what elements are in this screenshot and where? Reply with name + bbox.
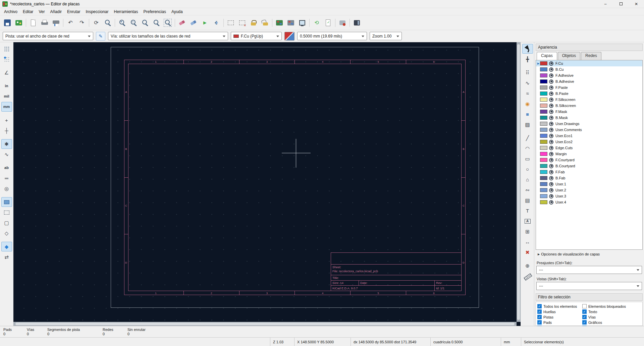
delete-tool-button[interactable]: ✖ bbox=[522, 247, 533, 257]
layer-row[interactable]: ▶ B.Cu bbox=[536, 66, 642, 72]
update-pcb-from-schematic-button[interactable]: ⟲ bbox=[311, 17, 322, 28]
measure-tool-button[interactable] bbox=[522, 271, 533, 281]
layer-color-swatch[interactable] bbox=[540, 170, 547, 174]
layer-color-swatch[interactable] bbox=[540, 73, 547, 77]
mirror-tool-button[interactable] bbox=[211, 17, 222, 28]
viewer-3d-button[interactable] bbox=[297, 17, 308, 28]
filter-graficos[interactable]: Gráficos bbox=[582, 320, 641, 325]
filter-todos-los-elementos[interactable]: Todos los elementos bbox=[537, 304, 582, 309]
draw-polygon-button[interactable]: ⌂ bbox=[522, 175, 533, 184]
visibility-eye-icon[interactable] bbox=[549, 182, 553, 186]
layer-color-swatch[interactable] bbox=[540, 182, 547, 186]
plot-button[interactable] bbox=[50, 17, 62, 28]
tab-redes[interactable]: Redes bbox=[581, 52, 601, 60]
layer-color-swatch[interactable] bbox=[540, 104, 547, 108]
curved-ratsnest-button[interactable]: ∿ bbox=[1, 150, 12, 159]
layer-row[interactable]: ▶ B.Courtyard bbox=[536, 163, 642, 169]
visibility-eye-icon[interactable] bbox=[549, 98, 553, 102]
layer-color-swatch[interactable] bbox=[540, 194, 547, 198]
layer-row[interactable]: ▶ Margin bbox=[536, 151, 642, 157]
track-width-combo[interactable]: Pista: usar el ancho de clase de red bbox=[3, 32, 93, 40]
visibility-eye-icon[interactable] bbox=[549, 140, 553, 144]
draw-arc-button[interactable]: ◠ bbox=[522, 143, 533, 153]
layer-row[interactable]: ▶ F.Adhesive bbox=[536, 72, 642, 78]
menu-anadir[interactable]: Añadir bbox=[47, 8, 64, 15]
find-button[interactable] bbox=[102, 17, 113, 28]
visibility-eye-icon[interactable] bbox=[549, 92, 553, 96]
show-ratsnest-button[interactable]: ✱ bbox=[1, 139, 12, 149]
filter-pistas[interactable]: Pistas bbox=[537, 314, 582, 320]
visibility-eye-icon[interactable] bbox=[549, 79, 553, 84]
board-setup-button[interactable] bbox=[13, 17, 24, 28]
grid-overrides-button[interactable] bbox=[1, 54, 12, 64]
undo-button[interactable]: ↶ bbox=[65, 17, 76, 28]
layer-row[interactable]: ▶ B.Adhesive bbox=[536, 78, 642, 84]
filter-huellas[interactable]: Huellas bbox=[537, 309, 582, 314]
filter-pads[interactable]: Pads bbox=[537, 320, 582, 325]
via-outline-mode-button[interactable]: ◎ bbox=[1, 184, 12, 193]
tab-capas[interactable]: Capas bbox=[537, 52, 557, 60]
layer-row[interactable]: ▶ User.2 bbox=[536, 187, 642, 193]
refresh-button[interactable]: ⟳ bbox=[91, 17, 102, 28]
crosshair-style-button[interactable]: + bbox=[1, 115, 12, 125]
layer-row[interactable]: ▶ User.4 bbox=[536, 199, 642, 205]
layer-color-swatch[interactable] bbox=[540, 200, 547, 204]
layer-row[interactable]: ▶ User.3 bbox=[536, 193, 642, 199]
page-settings-button[interactable] bbox=[28, 17, 39, 28]
layer-color-swatch[interactable] bbox=[540, 61, 547, 65]
draw-dimension-button[interactable]: ↔ bbox=[522, 237, 533, 247]
graphics-outline-mode-button[interactable]: ◇ bbox=[1, 228, 12, 238]
menu-enrutar[interactable]: Enrutar bbox=[64, 8, 83, 15]
filter-texto[interactable]: Texto bbox=[582, 309, 641, 314]
draw-table-button[interactable]: ⊞ bbox=[522, 227, 533, 236]
zone-outline-mode-button[interactable] bbox=[1, 208, 12, 217]
flip-board-view-button[interactable]: ⇄ bbox=[1, 252, 12, 262]
route-tracks-button[interactable]: ∿ bbox=[522, 78, 533, 88]
redo-button[interactable]: ↷ bbox=[76, 17, 88, 28]
plugin-button[interactable] bbox=[337, 17, 348, 28]
draw-circle-button[interactable]: ○ bbox=[522, 164, 533, 174]
layer-row[interactable]: ▶ User.1 bbox=[536, 181, 642, 187]
units-inches-button[interactable]: in bbox=[1, 81, 12, 91]
draw-textbox-button[interactable]: A bbox=[522, 216, 533, 226]
visibility-eye-icon[interactable] bbox=[549, 188, 553, 192]
layer-row[interactable]: ▶ F.Mask bbox=[536, 109, 642, 115]
layer-color-swatch[interactable] bbox=[540, 128, 547, 132]
zone-filled-mode-button[interactable] bbox=[1, 197, 12, 207]
ungroup-button[interactable] bbox=[236, 17, 248, 28]
lock-button[interactable] bbox=[248, 17, 259, 28]
maximize-button[interactable] bbox=[613, 0, 629, 8]
layer-color-swatch[interactable] bbox=[540, 98, 547, 102]
zoom-out-button[interactable]: − bbox=[128, 17, 139, 28]
footprint-browser-button[interactable] bbox=[285, 17, 297, 28]
visibility-eye-icon[interactable] bbox=[549, 158, 553, 162]
visibility-eye-icon[interactable] bbox=[549, 134, 553, 138]
menu-archivo[interactable]: Archivo bbox=[1, 8, 20, 15]
layer-row[interactable]: ▶ User.Eco2 bbox=[536, 139, 642, 145]
visibility-eye-icon[interactable] bbox=[549, 110, 553, 114]
layer-color-swatch[interactable] bbox=[540, 188, 547, 192]
layer-display-options-toggle[interactable]: ▶ Opciones de visualización de capas bbox=[536, 250, 643, 258]
pad-outline-mode-button[interactable]: ▢ bbox=[1, 218, 12, 228]
place-image-button[interactable]: ▤ bbox=[522, 195, 533, 205]
eraser-alt-tool-button[interactable] bbox=[188, 17, 199, 28]
visibility-eye-icon[interactable] bbox=[549, 116, 553, 120]
select-tool-button[interactable] bbox=[522, 44, 533, 54]
net-names-mode-button[interactable]: ab bbox=[1, 163, 12, 173]
visibility-eye-icon[interactable] bbox=[549, 122, 553, 126]
full-crosshair-button[interactable]: ┼ bbox=[1, 126, 12, 135]
draw-bezier-button[interactable]: ∾ bbox=[522, 185, 533, 195]
draw-line-button[interactable]: ╱ bbox=[522, 133, 533, 143]
show-grid-button[interactable] bbox=[1, 44, 12, 54]
visibility-eye-icon[interactable] bbox=[549, 61, 553, 66]
visibility-eye-icon[interactable] bbox=[549, 146, 553, 150]
layer-pair-button[interactable] bbox=[284, 32, 294, 41]
local-ratsnest-button[interactable]: ╋ bbox=[522, 54, 533, 64]
zoom-selection-button[interactable] bbox=[162, 17, 173, 28]
scrollbar-thumb[interactable] bbox=[517, 44, 520, 320]
layer-row[interactable]: ▶ F.Silkscreen bbox=[536, 97, 642, 103]
layer-row[interactable]: ▶ F.Cu bbox=[536, 60, 642, 66]
place-text-button[interactable]: T bbox=[522, 206, 533, 216]
zoom-objects-button[interactable] bbox=[151, 17, 162, 28]
menu-ayuda[interactable]: Ayuda bbox=[169, 8, 185, 15]
